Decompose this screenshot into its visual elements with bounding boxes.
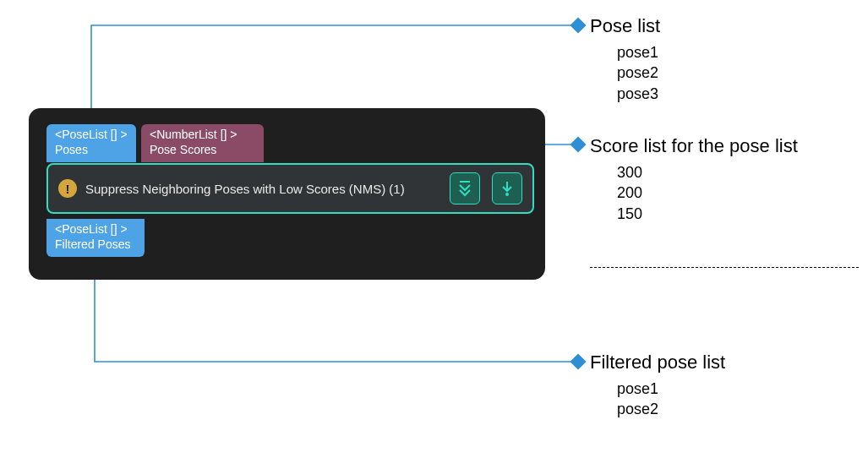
- list-item: 300: [617, 162, 798, 183]
- warning-icon: !: [58, 179, 77, 198]
- annotation-heading: Score list for the pose list: [590, 135, 798, 157]
- port-name-label: Filtered Poses: [55, 237, 136, 253]
- port-type-label: <PoseList [] >: [55, 222, 136, 237]
- list-item: pose2: [617, 63, 660, 83]
- list-item: 150: [617, 204, 798, 224]
- input-port-pose-scores[interactable]: <NumberList [] > Pose Scores: [141, 124, 264, 162]
- annotation-items: 300 200 150: [590, 162, 798, 224]
- annotation-filtered-list: Filtered pose list pose1 pose2: [590, 352, 725, 420]
- list-item: 200: [617, 183, 798, 203]
- output-port-filtered-poses[interactable]: <PoseList [] > Filtered Poses: [46, 219, 145, 257]
- port-name-label: Pose Scores: [150, 143, 255, 158]
- annotation-separator: [590, 267, 859, 268]
- svg-point-1: [505, 193, 509, 196]
- list-item: pose3: [617, 84, 660, 104]
- port-name-label: Poses: [55, 143, 128, 158]
- list-item: pose1: [617, 379, 725, 399]
- arrow-down-into-icon: [500, 180, 515, 197]
- annotation-items: pose1 pose2 pose3: [590, 42, 660, 104]
- annotation-items: pose1 pose2: [590, 379, 725, 420]
- svg-rect-0: [460, 181, 470, 183]
- annotation-score-list: Score list for the pose list 300 200 150: [590, 135, 798, 224]
- input-port-poses[interactable]: <PoseList [] > Poses: [46, 124, 136, 162]
- port-type-label: <PoseList [] >: [55, 128, 128, 143]
- annotation-pose-list: Pose list pose1 pose2 pose3: [590, 15, 660, 104]
- collapse-button[interactable]: [450, 172, 480, 204]
- port-type-label: <NumberList [] >: [150, 128, 255, 143]
- list-item: pose2: [617, 399, 725, 419]
- node-suppress-nms[interactable]: ! Suppress Neighboring Poses with Low Sc…: [46, 163, 534, 214]
- annotation-heading: Filtered pose list: [590, 352, 725, 373]
- chevrons-down-icon: [457, 180, 472, 197]
- list-item: pose1: [617, 42, 660, 63]
- node-title: Suppress Neighboring Poses with Low Scor…: [85, 182, 438, 196]
- annotation-heading: Pose list: [590, 15, 660, 37]
- step-into-button[interactable]: [492, 172, 522, 204]
